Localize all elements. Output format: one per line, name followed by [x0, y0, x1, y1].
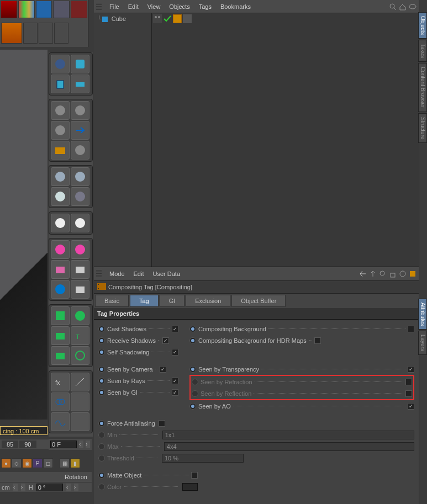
joint-icon[interactable]	[23, 23, 38, 44]
v-tool-icon[interactable]	[36, 1, 52, 18]
tab-basic[interactable]: Basic	[95, 295, 129, 307]
scatter-icon[interactable]	[71, 412, 89, 431]
sphere4-icon[interactable]	[71, 141, 89, 160]
menu-mode[interactable]: Mode	[105, 269, 129, 279]
back-icon[interactable]	[359, 270, 367, 278]
edge-tab-layers[interactable]: Layers	[418, 331, 427, 355]
grid-icon[interactable]	[51, 141, 70, 160]
globe4-icon[interactable]	[71, 187, 89, 206]
film-tag-icon[interactable]	[183, 14, 192, 23]
new-icon[interactable]	[399, 270, 407, 278]
globe2-icon[interactable]	[71, 167, 89, 186]
p-icon[interactable]: P	[33, 458, 43, 468]
rings-icon[interactable]	[51, 392, 70, 411]
fx-icon[interactable]: fx	[51, 373, 70, 391]
menu-file[interactable]: File	[105, 2, 124, 12]
graph-icon[interactable]	[71, 373, 89, 391]
sphere-icon[interactable]	[51, 55, 70, 73]
arrow-right-icon[interactable]	[71, 121, 89, 140]
pink1-icon[interactable]	[51, 240, 70, 259]
green-cube-icon[interactable]	[51, 326, 70, 345]
orb1-icon[interactable]	[51, 280, 70, 299]
compositing-tag-icon[interactable]	[173, 14, 182, 23]
spiral-icon[interactable]	[71, 346, 89, 365]
tab-gi[interactable]: GI	[160, 295, 185, 307]
edge-tab-attributes[interactable]: Attributes	[418, 299, 427, 330]
flower-icon[interactable]	[71, 306, 89, 325]
sel-icon[interactable]: ▦	[60, 458, 70, 468]
tab-tag[interactable]: Tag	[130, 295, 159, 307]
compositing-bg-checkbox[interactable]	[408, 326, 414, 332]
search-icon[interactable]	[389, 3, 397, 10]
edge-tab-content[interactable]: Content Browser	[418, 63, 427, 112]
tab-exclusion[interactable]: Exclusion	[186, 295, 230, 307]
globe1-icon[interactable]	[51, 167, 70, 186]
object-tags-area[interactable]	[152, 13, 419, 267]
menu-view[interactable]: View	[143, 2, 165, 12]
cast-shadows-checkbox[interactable]	[172, 326, 178, 332]
autokey-icon[interactable]: ◉	[22, 458, 32, 468]
green1-icon[interactable]	[51, 306, 70, 325]
edge-tab-objects[interactable]: Objects	[418, 12, 427, 39]
cap-icon[interactable]	[71, 55, 89, 73]
search-icon[interactable]	[379, 270, 387, 278]
recycle-icon[interactable]	[54, 23, 68, 44]
arrow-down-icon[interactable]	[1, 1, 17, 18]
sphere-link-icon[interactable]	[71, 101, 89, 120]
key-icon[interactable]: ◇	[12, 458, 22, 468]
seen-by-transparency-checkbox[interactable]	[408, 366, 414, 373]
matte-object-checkbox[interactable]	[191, 472, 198, 479]
cube-primitive-icon[interactable]	[1, 23, 22, 44]
cubes1-icon[interactable]	[51, 260, 70, 279]
receive-shadows-checkbox[interactable]	[162, 337, 169, 344]
rec-icon[interactable]: ●	[1, 458, 11, 468]
cubes3-icon[interactable]	[71, 280, 89, 299]
gear1-icon[interactable]	[51, 214, 70, 232]
swatches-icon[interactable]	[18, 1, 35, 18]
film-icon[interactable]: ▮	[70, 458, 80, 468]
pink2-icon[interactable]	[71, 240, 89, 259]
object-name[interactable]: Cube	[112, 15, 126, 22]
home-icon[interactable]	[399, 3, 407, 10]
temp-input[interactable]	[50, 441, 77, 448]
object-row-cube[interactable]: └ Cube	[94, 13, 151, 24]
drag-handle-icon[interactable]	[96, 3, 102, 10]
visibility-dots-icon[interactable]	[153, 14, 162, 23]
x-tool-icon[interactable]	[53, 1, 70, 18]
h-input[interactable]	[36, 484, 63, 491]
cubes2-icon[interactable]	[71, 260, 89, 279]
edge-tab-takes[interactable]: Takes	[418, 40, 427, 62]
r-icon[interactable]: ◻	[43, 458, 53, 468]
gear2-icon[interactable]	[71, 214, 89, 232]
up-icon[interactable]	[369, 270, 377, 278]
lock-icon[interactable]	[389, 270, 397, 278]
ring-cubes-icon[interactable]	[71, 392, 89, 411]
green-box-icon[interactable]	[51, 346, 70, 365]
menu-bookmarks[interactable]: Bookmarks	[216, 2, 255, 12]
force-aa-checkbox[interactable]	[159, 420, 165, 427]
char-tool-icon[interactable]	[71, 1, 87, 18]
text-icon[interactable]: T	[71, 326, 89, 345]
menu-objects[interactable]: Objects	[165, 2, 194, 12]
sphere2-icon[interactable]	[51, 101, 70, 120]
seen-by-ao-checkbox[interactable]	[408, 403, 414, 410]
menu-userdata[interactable]: User Data	[149, 269, 185, 279]
seen-by-rays-checkbox[interactable]	[172, 378, 178, 384]
wave-icon[interactable]	[51, 412, 70, 431]
edge-tab-structure[interactable]: Structure	[418, 113, 427, 144]
drag-handle-icon[interactable]	[96, 270, 102, 278]
object-tree-hierarchy[interactable]: └ Cube	[94, 13, 152, 267]
add-icon[interactable]	[409, 270, 417, 278]
eye-icon[interactable]	[409, 3, 417, 10]
expand-icon[interactable]: └	[97, 15, 102, 22]
seen-by-camera-checkbox[interactable]	[160, 366, 166, 373]
seen-by-gi-checkbox[interactable]	[172, 389, 178, 396]
render-check-icon[interactable]	[163, 14, 172, 23]
axis-icon[interactable]	[39, 23, 53, 44]
menu-tags[interactable]: Tags	[194, 2, 216, 12]
compositing-bg-hdr-checkbox[interactable]	[314, 337, 321, 344]
sphere3-icon[interactable]	[51, 121, 70, 140]
self-shadowing-checkbox[interactable]	[172, 349, 178, 356]
globe3-icon[interactable]	[51, 187, 70, 206]
tab-object-buffer[interactable]: Object Buffer	[231, 295, 286, 307]
